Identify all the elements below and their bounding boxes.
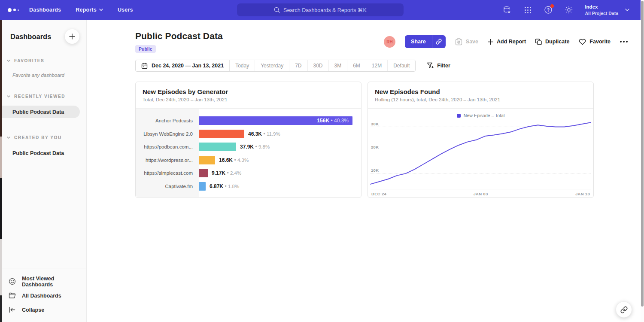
heart-icon bbox=[579, 39, 586, 45]
all-dashboards-link[interactable]: All Dashboards bbox=[9, 289, 86, 303]
chevron-down-icon bbox=[99, 9, 103, 11]
sidebar-footer: Most Viewed Dashboards All Dashboards Co… bbox=[0, 268, 86, 322]
chevron-down-icon bbox=[625, 9, 629, 11]
date-range-picker[interactable]: Dec 24, 2020 — Jan 13, 2021 bbox=[136, 60, 230, 71]
preset-yesterday[interactable]: Yesterday bbox=[255, 60, 289, 71]
bar[interactable] bbox=[199, 169, 208, 177]
bar[interactable] bbox=[199, 143, 236, 151]
most-viewed-label: Most Viewed Dashboards bbox=[22, 276, 86, 288]
new-dashboard-button[interactable] bbox=[65, 29, 79, 44]
bar-row[interactable]: Captivate.fm6.87K • 1.8% bbox=[136, 180, 361, 193]
favorites-empty-hint: Favorite any dashboard bbox=[12, 73, 86, 78]
sidebar-item-public-podcast-data-recent[interactable]: Public Podcast Data bbox=[0, 106, 80, 118]
preset-today[interactable]: Today bbox=[230, 60, 255, 71]
all-dashboards-label: All Dashboards bbox=[22, 293, 61, 299]
sidebar-section-favorites[interactable]: FAVORITES bbox=[7, 58, 86, 63]
bar-row[interactable]: Anchor Podcasts156K • 40.3% bbox=[136, 114, 361, 128]
preset-7d[interactable]: 7D bbox=[289, 60, 307, 71]
page-scrollbar[interactable] bbox=[641, 0, 644, 322]
bar-value-label: 6.87K • 1.8% bbox=[210, 183, 239, 189]
app-logo[interactable] bbox=[8, 8, 25, 12]
ellipsis-icon bbox=[620, 41, 628, 43]
date-range-control: Dec 24, 2020 — Jan 13, 2021 Today Yester… bbox=[135, 60, 416, 72]
share-button-group: Share bbox=[405, 35, 446, 48]
share-link-button[interactable] bbox=[432, 35, 446, 48]
floating-share-link-button[interactable] bbox=[616, 301, 632, 318]
nav-reports[interactable]: Reports bbox=[76, 7, 103, 13]
nav-users-label: Users bbox=[118, 7, 133, 13]
filter-funnel-icon bbox=[427, 62, 434, 69]
bar[interactable] bbox=[199, 182, 206, 191]
preset-3m[interactable]: 3M bbox=[329, 60, 348, 71]
section-label: RECENTLY VIEWED bbox=[14, 94, 65, 99]
project-scope: All Project Data bbox=[585, 11, 618, 16]
bar[interactable]: 156K • 40.3% bbox=[199, 116, 352, 125]
more-options-button[interactable] bbox=[620, 41, 628, 43]
duplicate-button[interactable]: Duplicate bbox=[535, 39, 569, 45]
preset-default[interactable]: Default bbox=[388, 60, 415, 71]
legend-swatch bbox=[457, 114, 461, 118]
sidebar-item-public-podcast-data-created[interactable]: Public Podcast Data bbox=[0, 147, 86, 159]
preset-6m[interactable]: 6M bbox=[347, 60, 366, 71]
data-sources-icon[interactable] bbox=[502, 5, 512, 15]
line-chart-subtitle: Rolling (12 hours), total, Dec 24th, 202… bbox=[375, 97, 586, 102]
favorite-button[interactable]: Favorite bbox=[579, 39, 611, 45]
most-viewed-dashboards-link[interactable]: Most Viewed Dashboards bbox=[9, 274, 86, 289]
line-chart-body: New Episode – Total 30K 20K 10K DEC 24 J… bbox=[368, 109, 593, 197]
sidebar-section-created-by-you[interactable]: CREATED BY YOU bbox=[7, 135, 86, 140]
scrollbar-thumb[interactable] bbox=[641, 1, 644, 307]
notification-dot bbox=[550, 4, 554, 8]
bar-chart-title: New Episodes by Generator bbox=[143, 88, 354, 95]
dashboards-sidebar: Dashboards FAVORITES Favorite any dashbo… bbox=[0, 20, 87, 322]
bar-value-label: 16.6K • 4.3% bbox=[219, 157, 249, 163]
share-button[interactable]: Share bbox=[405, 35, 432, 48]
section-label: FAVORITES bbox=[14, 58, 44, 63]
project-switcher[interactable]: Index All Project Data bbox=[585, 4, 629, 16]
nav-dashboards[interactable]: Dashboards bbox=[29, 7, 61, 13]
collapse-sidebar-button[interactable]: Collapse bbox=[9, 303, 86, 317]
public-badge: Public bbox=[135, 45, 156, 53]
avatar[interactable]: RH bbox=[384, 36, 395, 48]
bar-category-label: Captivate.fm bbox=[136, 184, 199, 189]
bar-row[interactable]: https://wordpress.or...16.6K • 4.3% bbox=[136, 154, 361, 167]
nav-users[interactable]: Users bbox=[118, 7, 133, 13]
bar[interactable] bbox=[199, 156, 215, 164]
bar-chart-card: New Episodes by Generator Total, Dec 24t… bbox=[135, 82, 361, 198]
save-icon bbox=[455, 38, 462, 46]
background-window-edge bbox=[0, 20, 2, 137]
filter-button[interactable]: Filter bbox=[427, 62, 450, 69]
bar-row[interactable]: https://podbean.com...37.9K • 9.8% bbox=[136, 140, 361, 154]
add-report-label: Add Report bbox=[497, 39, 526, 45]
section-label: CREATED BY YOU bbox=[14, 135, 62, 140]
bar-value-label: 37.9K • 9.8% bbox=[240, 144, 270, 150]
bar-row[interactable]: Libsyn WebEngine 2.046.3K • 11.9% bbox=[136, 128, 361, 141]
link-icon bbox=[620, 306, 628, 313]
settings-gear-icon[interactable] bbox=[564, 5, 574, 15]
add-report-button[interactable]: Add Report bbox=[488, 39, 526, 45]
main-content: Public Podcast Data Public RH Share Save… bbox=[87, 20, 641, 322]
preset-30d[interactable]: 30D bbox=[308, 60, 329, 71]
collapse-label: Collapse bbox=[22, 307, 44, 313]
line-chart-card: New Episodes Found Rolling (12 hours), t… bbox=[368, 82, 594, 198]
preset-12m[interactable]: 12M bbox=[366, 60, 388, 71]
apps-grid-icon[interactable] bbox=[523, 5, 532, 15]
chevron-down-icon bbox=[7, 137, 10, 139]
sidebar-section-recently-viewed[interactable]: RECENTLY VIEWED bbox=[7, 94, 86, 99]
page-title: Public Podcast Data bbox=[135, 31, 223, 41]
line-series bbox=[371, 122, 591, 191]
folder-icon bbox=[9, 292, 16, 299]
duplicate-label: Duplicate bbox=[545, 39, 569, 45]
xtick-dec24: DEC 24 bbox=[371, 191, 386, 196]
bar[interactable] bbox=[199, 130, 244, 138]
bar-category-label: https://podbean.com... bbox=[136, 144, 199, 149]
chevron-down-icon bbox=[7, 60, 10, 62]
legend-label: New Episode – Total bbox=[464, 113, 505, 118]
top-navigation-bar: Dashboards Reports Users Search Dashboar… bbox=[0, 0, 641, 20]
nav-dashboards-label: Dashboards bbox=[29, 7, 61, 13]
search-input[interactable]: Search Dashboards & Reports ⌘K bbox=[237, 3, 404, 16]
save-button[interactable]: Save bbox=[455, 38, 478, 46]
help-icon[interactable]: ? bbox=[544, 5, 553, 15]
dashboard-actions: RH Share Save Add Report Duplicate bbox=[384, 35, 628, 48]
bar-row[interactable]: https://simplecast.com9.17K • 2.4% bbox=[136, 167, 361, 180]
plus-icon bbox=[69, 33, 75, 39]
